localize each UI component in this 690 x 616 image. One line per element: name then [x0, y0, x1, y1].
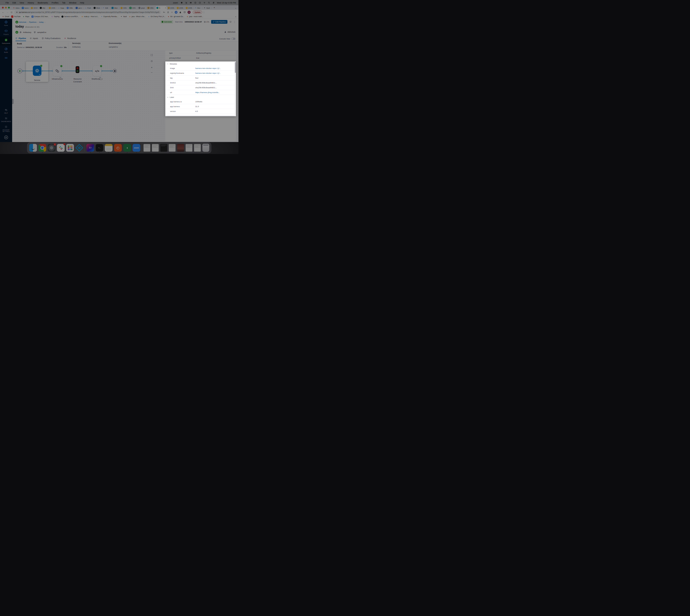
breadcrumb-pipelines[interactable]: Pipelines: [29, 21, 37, 23]
breadcrumb-pipeline[interactable]: today: [39, 21, 44, 23]
side-panel-icon[interactable]: [183, 11, 186, 14]
password-key-icon[interactable]: [163, 11, 165, 14]
browser-profile-avatar[interactable]: A: [188, 11, 191, 14]
zoom-out-button[interactable]: −: [151, 71, 152, 74]
menu-item-tab[interactable]: Tab: [62, 1, 65, 4]
dock-finder-icon[interactable]: [29, 144, 37, 152]
back-button[interactable]: ←: [2, 11, 4, 14]
wifi-icon[interactable]: [203, 1, 206, 4]
browser-tab-harne[interactable]: 19harne: [21, 6, 30, 10]
bookmark-gitgitrevertdo[interactable]: ◆Git - git-revert Do...: [168, 16, 184, 18]
panel-scrollbar[interactable]: [235, 62, 236, 116]
control-center-icon[interactable]: [212, 1, 215, 4]
bookmark-sapling[interactable]: ❮Sapling: [51, 16, 59, 18]
sidebar-user-avatar[interactable]: A: [4, 135, 8, 139]
search-icon[interactable]: [208, 1, 210, 4]
bookmark-gmail[interactable]: MGmail: [2, 16, 9, 18]
sidebar-item-projects[interactable]: Projects: [0, 27, 12, 37]
dock-postman-icon[interactable]: ◴: [114, 144, 122, 152]
browser-tab-abor[interactable]: Abor: [111, 6, 120, 10]
sidebar-item-builds[interactable]: Builds: [0, 45, 12, 54]
menu-item-edit[interactable]: Edit: [13, 1, 16, 4]
panel-collapse-handle[interactable]: [12, 99, 14, 104]
hand-alert-icon[interactable]: [185, 1, 187, 4]
details-value[interactable]: https://harness.jfrog.io/artifa...: [195, 91, 220, 93]
menu-item-file[interactable]: File: [5, 1, 9, 4]
bookmark-youtube[interactable]: ▶YouTube: [11, 16, 20, 18]
sidebar-item-help[interactable]: ?HELP: [0, 107, 12, 115]
bookmark-vault[interactable]: ▼Vault: [120, 16, 127, 18]
chrome-update-button[interactable]: Update: [193, 10, 202, 14]
bookmark-expensifyreimbu[interactable]: ✕Expensify Reimbu...: [101, 16, 118, 18]
browser-tab-supp[interactable]: ☁Supp: [57, 6, 66, 10]
browser-tab-cdd[interactable]: CD D: [30, 6, 39, 10]
address-bar[interactable]: qa.harness.io/ng/account/px7xd_BFRCi-pfW…: [14, 10, 161, 14]
minimized-window-thumbnail[interactable]: [144, 144, 150, 152]
pipeline-end-node[interactable]: [113, 69, 117, 73]
dock-terminal-icon[interactable]: >_: [96, 144, 103, 152]
fit-view-icon[interactable]: [151, 60, 153, 62]
zoom-window-button[interactable]: [8, 7, 10, 8]
close-window-button[interactable]: [2, 7, 4, 8]
node-label[interactable]: ShellScript_1: [91, 78, 103, 80]
zoom-menu-item[interactable]: zoom: [173, 1, 178, 4]
play-circle-icon[interactable]: [194, 1, 196, 4]
tab-inputs[interactable]: Inputs: [30, 37, 38, 41]
minimized-window-thumbnail[interactable]: [160, 144, 167, 152]
services-value[interactable]: Artifactory: [72, 46, 81, 48]
sidebar-item-account-settings[interactable]: ACCOUNT SETTINGS: [0, 124, 12, 134]
browser-tab-cds[interactable]: [CDS: [176, 6, 185, 10]
sidebar-item-deployments[interactable]: ∞Deployments: [0, 37, 12, 45]
service-name[interactable]: Artifactory: [23, 31, 31, 34]
browser-tab-658c[interactable]: A658c: [66, 6, 75, 10]
menu-item-history[interactable]: History: [27, 1, 34, 4]
dock-harness-icon[interactable]: [76, 144, 83, 152]
breadcrumb-project[interactable]: Abhishek: [19, 21, 26, 23]
browser-tab-push[interactable]: ☁Push: [84, 6, 93, 10]
meet-extension-icon[interactable]: M: [175, 11, 177, 14]
menu-item-bookmarks[interactable]: Bookmarks: [38, 1, 48, 4]
browser-tab-cds[interactable]: [CDS: [167, 6, 176, 10]
browser-tab-work[interactable]: Work: [93, 6, 102, 10]
node-resource-constraint[interactable]: [76, 66, 79, 73]
chevron-up-icon[interactable]: [167, 63, 169, 65]
share-icon[interactable]: [167, 11, 169, 14]
bookmark-maps[interactable]: ◉Maps: [23, 16, 29, 18]
bookmarks-overflow-icon[interactable]: »: [235, 16, 236, 18]
pipeline-start-node[interactable]: [17, 68, 22, 73]
browser-tab-s[interactable]: S×: [155, 6, 167, 10]
section-header-metadata[interactable]: Metadata: [165, 62, 235, 66]
dock-slack-icon[interactable]: [57, 144, 65, 152]
environments-value[interactable]: sampleEnv: [109, 46, 118, 48]
node-shellscript[interactable]: </> ✓ </>: [93, 66, 101, 76]
environment-name[interactable]: sampleEnv: [37, 31, 46, 34]
dock-notes-icon[interactable]: [105, 144, 112, 152]
dock-intellij-icon[interactable]: IJ: [86, 144, 94, 152]
sidebar-item-modules[interactable]: [0, 54, 12, 62]
dock-trash-icon[interactable]: [203, 144, 209, 152]
details-value[interactable]: harness-ken-docker-repo-1.jf...: [195, 67, 221, 69]
browser-tab-greyt[interactable]: greyt: [138, 6, 147, 10]
node-label[interactable]: Infrastructure: [52, 78, 63, 80]
node-label[interactable]: Resource Constraint: [73, 78, 82, 83]
node-label[interactable]: Service: [34, 79, 40, 82]
menu-item-profiles[interactable]: Profiles: [51, 1, 59, 4]
dock-dbeaver-icon[interactable]: ◖: [123, 144, 131, 152]
dock-chrome-icon[interactable]: [39, 144, 46, 152]
dock-zoom-icon[interactable]: zoom: [133, 144, 140, 152]
display-icon[interactable]: [199, 1, 201, 4]
tab-resilience[interactable]: Resilience: [64, 37, 76, 41]
bookmark-star-icon[interactable]: ☆: [171, 11, 173, 14]
forward-button[interactable]: →: [6, 11, 8, 14]
bookmark-harnesscorerea[interactable]: harness-core/REA...: [61, 16, 79, 18]
app-blob-icon[interactable]: [181, 1, 183, 4]
zoom-in-button[interactable]: +: [151, 66, 152, 69]
page-menu-icon[interactable]: ⋮: [234, 21, 236, 23]
minimized-window-thumbnail[interactable]: [186, 144, 192, 152]
browser-tab-vault[interactable]: ▼Vault: [203, 6, 212, 10]
browser-tab-edit[interactable]: ✕Edit: [102, 6, 111, 10]
stage-name[interactable]: firstS: [17, 43, 22, 45]
browser-tab-dev[interactable]: ✕Dev: [194, 6, 203, 10]
browser-tab-cds[interactable]: ▤CDS: [129, 6, 138, 10]
menu-item-view[interactable]: View: [20, 1, 24, 4]
